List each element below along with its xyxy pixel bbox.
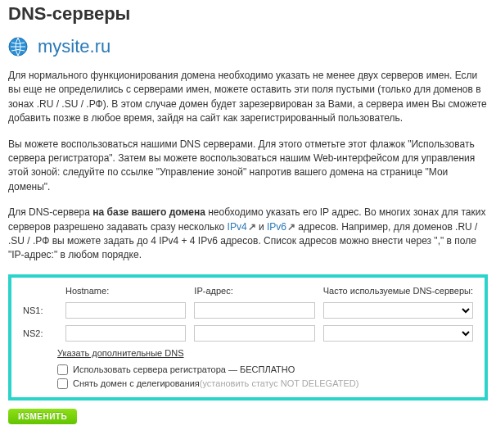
intro-paragraph-2: Вы можете воспользоваться нашими DNS сер… [8,138,488,195]
use-registrar-checkbox[interactable] [57,364,68,375]
dns-panel: Hostname: IP-адрес: Часто используемые D… [8,274,488,400]
ns1-hostname-input[interactable] [65,302,186,319]
col-header-ip: IP-адрес: [194,286,314,296]
add-more-dns-link[interactable]: Указать дополнительные DNS [57,348,184,358]
col-header-preset: Часто используемые DNS-серверы: [323,286,473,296]
ns2-ip-input[interactable] [194,325,314,342]
globe-icon [8,37,28,57]
ipv4-ext-icon: ↗ [248,221,256,233]
p3-bold: на базе вашего домена [92,206,205,218]
ipv4-link[interactable]: IPv4 [228,221,247,233]
ipv6-ext-icon: ↗ [287,221,295,233]
ipv6-link[interactable]: IPv6 [267,221,286,233]
domain-name: mysite.ru [38,36,110,57]
use-registrar-label: Использовать сервера регистратора — БЕСП… [73,364,295,374]
col-header-hostname: Hostname: [65,286,186,296]
ns1-preset-select[interactable] [323,302,473,319]
p3-mid2: и [256,221,267,233]
intro-paragraph-1: Для нормального функционирования домена … [8,69,488,126]
undelegate-hint: (установить статус NOT DELEGATED) [200,378,359,388]
ns2-preset-select[interactable] [323,325,473,342]
submit-button[interactable]: ИЗМЕНИТЬ [8,409,77,424]
ns2-hostname-input[interactable] [65,325,186,342]
intro-paragraph-3: Для DNS-сервера на базе вашего домена не… [8,206,488,263]
undelegate-checkbox[interactable] [57,378,68,389]
ns2-label: NS2: [23,328,57,338]
undelegate-label: Снять домен с делегирования [73,378,200,388]
domain-row: mysite.ru [8,36,488,57]
ns1-label: NS1: [23,305,57,315]
ns1-ip-input[interactable] [194,302,314,319]
p3-pre: Для DNS-сервера [8,206,92,218]
page-title: DNS-серверы [8,3,488,25]
